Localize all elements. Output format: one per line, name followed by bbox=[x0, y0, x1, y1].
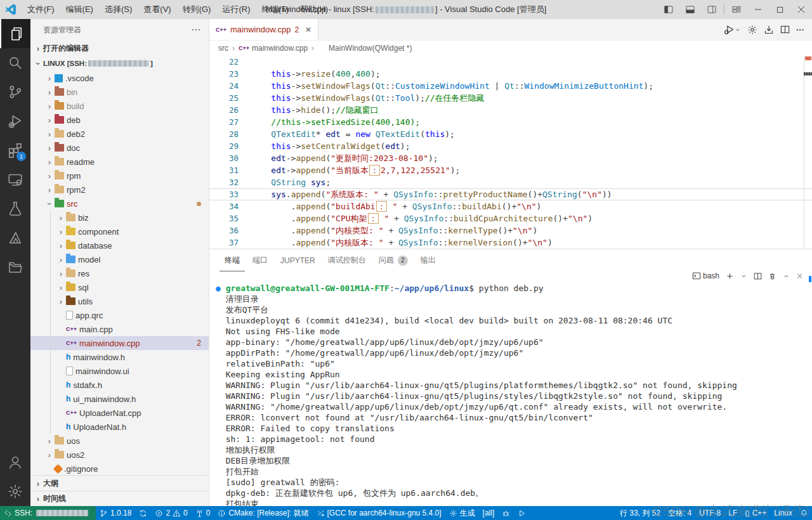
tree-item-mainwindow.ui[interactable]: mainwindow.ui bbox=[30, 364, 209, 378]
activity-source-control-icon[interactable] bbox=[0, 77, 30, 107]
status-eol[interactable]: LF bbox=[724, 506, 741, 520]
tree-item-mainwindow.cpp[interactable]: C++mainwindow.cpp2 bbox=[30, 336, 209, 350]
status-git-branch[interactable]: 1.0.18 bbox=[96, 506, 135, 520]
panel-tab-端口[interactable]: 端口 bbox=[247, 249, 273, 271]
breadcrumb-MainWindow-QWidget---[interactable]: MainWindow(QWidget *) bbox=[318, 44, 412, 53]
more-actions-icon[interactable]: ··· bbox=[796, 25, 804, 34]
tree-item-deb[interactable]: ›deb bbox=[30, 113, 209, 127]
tree-item-component[interactable]: ›component bbox=[30, 224, 209, 238]
tree-item-stdafx.h[interactable]: hstdafx.h bbox=[30, 378, 209, 392]
maximize-panel-icon[interactable] bbox=[783, 273, 790, 280]
status-cmake-kit[interactable]: [GCC for aarch64-linux-gnu 5.4.0] bbox=[313, 506, 445, 520]
status-notifications[interactable] bbox=[796, 506, 812, 520]
activity-account-icon[interactable] bbox=[0, 448, 30, 477]
status-cmake-run[interactable] bbox=[514, 506, 530, 520]
status-indentation[interactable]: 空格: 4 bbox=[664, 506, 695, 520]
tree-item-deb2[interactable]: ›deb2 bbox=[30, 127, 209, 141]
tab-mainwindow-cpp[interactable]: C++ mainwindow.cpp 2 ✕ bbox=[209, 19, 318, 40]
tree-item-uos2[interactable]: ›uos2 bbox=[30, 448, 209, 462]
tree-item-rpm2[interactable]: ›rpm2 bbox=[30, 183, 209, 197]
tree-item-sql[interactable]: ›sql bbox=[30, 280, 209, 294]
tree-item-res[interactable]: ›res bbox=[30, 266, 209, 280]
tree-item-readme[interactable]: ›readme bbox=[30, 155, 209, 169]
status-cmake-build[interactable]: 生成 bbox=[445, 506, 479, 520]
menu-R[interactable]: 运行(R) bbox=[216, 0, 256, 19]
activity-testing-icon[interactable] bbox=[0, 194, 30, 223]
toggle-panel-icon[interactable] bbox=[679, 0, 701, 19]
tree-item-src[interactable]: ›src bbox=[30, 197, 209, 211]
tree-item-doc[interactable]: ›doc bbox=[30, 141, 209, 155]
status-encoding[interactable]: UTF-8 bbox=[695, 506, 724, 520]
install-icon[interactable] bbox=[764, 25, 774, 35]
tab-close-icon[interactable]: ✕ bbox=[305, 25, 311, 34]
status-remote-os[interactable]: Linux bbox=[770, 506, 796, 520]
menu-G[interactable]: 转到(G) bbox=[177, 0, 217, 19]
status-cmake-debug[interactable] bbox=[498, 506, 514, 520]
tree-item-biz[interactable]: ›biz bbox=[30, 211, 209, 224]
menu-V[interactable]: 查看(V) bbox=[138, 0, 176, 19]
activity-explorer-icon[interactable] bbox=[0, 19, 30, 48]
breadcrumb-src[interactable]: src bbox=[218, 44, 228, 53]
tree-item-app.qrc[interactable]: app.qrc bbox=[30, 308, 209, 322]
tree-item-mainwindow.h[interactable]: hmainwindow.h bbox=[30, 350, 209, 364]
status-cursor-position[interactable]: 行 33, 列 52 bbox=[616, 506, 664, 520]
activity-search-icon[interactable] bbox=[0, 48, 30, 77]
timeline-section[interactable]: › 时间线 bbox=[30, 491, 209, 506]
tree-item-ui_mainwindow.h[interactable]: hui_mainwindow.h bbox=[30, 392, 209, 406]
status-cmake-status[interactable]: CMake: [Release]: 就绪 bbox=[214, 506, 312, 520]
gear-icon[interactable] bbox=[747, 25, 757, 35]
menu-F[interactable]: 文件(F) bbox=[22, 0, 60, 19]
activity-settings-icon[interactable] bbox=[0, 477, 30, 506]
panel-tab-终端[interactable]: 终端 bbox=[219, 249, 245, 271]
status-cmake-target[interactable]: [all] bbox=[479, 506, 499, 520]
panel-tab-JUPYTER[interactable]: JUPYTER bbox=[275, 249, 320, 271]
tree-item-build[interactable]: ›build bbox=[30, 99, 209, 113]
activity-run-debug-icon[interactable] bbox=[0, 107, 30, 136]
panel-tab-调试控制台[interactable]: 调试控制台 bbox=[323, 249, 371, 271]
split-editor-icon[interactable] bbox=[780, 25, 790, 34]
tree-item-utils[interactable]: ›utils bbox=[30, 294, 209, 308]
tree-item-model[interactable]: ›model bbox=[30, 252, 209, 266]
activity-design-tools-icon[interactable] bbox=[0, 223, 30, 252]
customize-layout-icon[interactable] bbox=[726, 0, 747, 19]
run-debug-dropdown-icon[interactable] bbox=[724, 24, 741, 35]
tree-item-.vscode[interactable]: ›.vscode bbox=[30, 71, 209, 85]
tree-item-rpm[interactable]: ›rpm bbox=[30, 169, 209, 183]
tree-item-main.cpp[interactable]: C++main.cpp bbox=[30, 322, 209, 336]
status-problems[interactable]: 20 bbox=[151, 506, 191, 520]
toggle-sidebar-icon[interactable] bbox=[658, 0, 679, 19]
close-panel-icon[interactable] bbox=[796, 273, 803, 280]
status-forwarded-ports[interactable]: 0 bbox=[192, 506, 214, 520]
outline-section[interactable]: › 大纲 bbox=[30, 475, 209, 491]
tree-item-bin[interactable]: ›bin bbox=[30, 85, 209, 99]
panel-tab-输出[interactable]: 输出 bbox=[416, 249, 441, 271]
activity-extensions-icon[interactable]: 1 bbox=[0, 136, 30, 165]
status-language-mode[interactable]: {}C++ bbox=[741, 506, 770, 520]
toggle-secondary-sidebar-icon[interactable] bbox=[701, 0, 723, 19]
status-git-sync[interactable] bbox=[135, 506, 151, 520]
breadcrumb-mainwindow-cpp[interactable]: C++mainwindow.cpp bbox=[239, 44, 308, 53]
panel-tab-问题[interactable]: 问题2 bbox=[374, 249, 413, 271]
tree-item-UploaderNat.cpp[interactable]: C++UploaderNat.cpp bbox=[30, 406, 209, 420]
tree-item-uos[interactable]: ›uos bbox=[30, 434, 209, 448]
tree-item-UploaderNat.h[interactable]: hUploaderNat.h bbox=[30, 420, 209, 434]
close-icon[interactable] bbox=[790, 0, 812, 19]
terminal-output[interactable]: ● greatwall@greatwall-GW-001M1A-FTF:~/ap… bbox=[209, 280, 812, 506]
open-editors-section[interactable]: › 打开的编辑器 bbox=[30, 41, 209, 56]
terminal-shell-selector[interactable]: bash bbox=[692, 271, 719, 280]
tree-item-.gitignore[interactable]: .gitignore bbox=[30, 462, 209, 475]
kill-terminal-icon[interactable] bbox=[768, 272, 776, 280]
split-terminal-icon[interactable] bbox=[754, 272, 762, 280]
activity-remote-explorer-icon[interactable] bbox=[0, 165, 30, 194]
maximize-icon[interactable] bbox=[769, 0, 790, 19]
explorer-more-actions-icon[interactable]: ··· bbox=[192, 25, 201, 34]
status-remote-host[interactable]: SSH: bbox=[0, 506, 96, 520]
workspace-root[interactable]: › LINUX [SSH:] bbox=[30, 56, 209, 71]
activity-folder-library-icon[interactable] bbox=[0, 252, 30, 282]
terminal-dropdown-icon[interactable] bbox=[740, 273, 747, 280]
minimize-icon[interactable] bbox=[747, 0, 769, 19]
new-terminal-icon[interactable] bbox=[726, 272, 734, 280]
menu-E[interactable]: 编辑(E) bbox=[60, 0, 99, 19]
menu-S[interactable]: 选择(S) bbox=[99, 0, 138, 19]
tree-item-database[interactable]: ›database bbox=[30, 238, 209, 252]
